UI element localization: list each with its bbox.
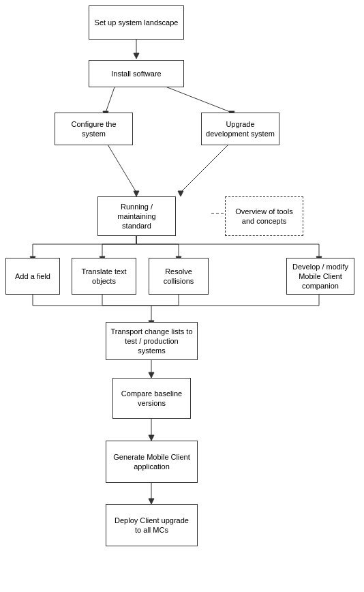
develop-box: Develop / modify Mobile Client companion — [286, 258, 354, 295]
upgrade-box: Upgrade development system — [201, 113, 279, 145]
overview-box: Overview of tools and concepts — [225, 196, 303, 236]
svg-line-2 — [106, 83, 116, 113]
svg-line-8 — [181, 141, 232, 192]
resolve-box: Resolve collisions — [149, 258, 209, 295]
flowchart-diagram: Set up system landscape Install software… — [0, 0, 364, 592]
svg-marker-1 — [134, 53, 139, 59]
deploy-box: Deploy Client upgrade to all MCs — [106, 504, 198, 546]
compare-box: Compare baseline versions — [112, 378, 191, 419]
svg-marker-7 — [134, 191, 139, 196]
setup-box: Set up system landscape — [89, 5, 184, 40]
svg-marker-38 — [149, 372, 154, 378]
running-box: Running / maintaining standard — [97, 196, 176, 236]
svg-line-6 — [106, 141, 136, 192]
translate-box: Translate text objects — [72, 258, 136, 295]
svg-marker-42 — [149, 499, 154, 504]
generate-box: Generate Mobile Client application — [106, 441, 198, 483]
install-box: Install software — [89, 60, 184, 87]
configure-box: Configure the system — [55, 113, 133, 145]
addfield-box: Add a field — [5, 258, 60, 295]
svg-line-4 — [157, 83, 232, 113]
transport-box: Transport change lists to test / product… — [106, 322, 198, 360]
svg-marker-40 — [149, 435, 154, 441]
svg-marker-9 — [178, 191, 183, 196]
